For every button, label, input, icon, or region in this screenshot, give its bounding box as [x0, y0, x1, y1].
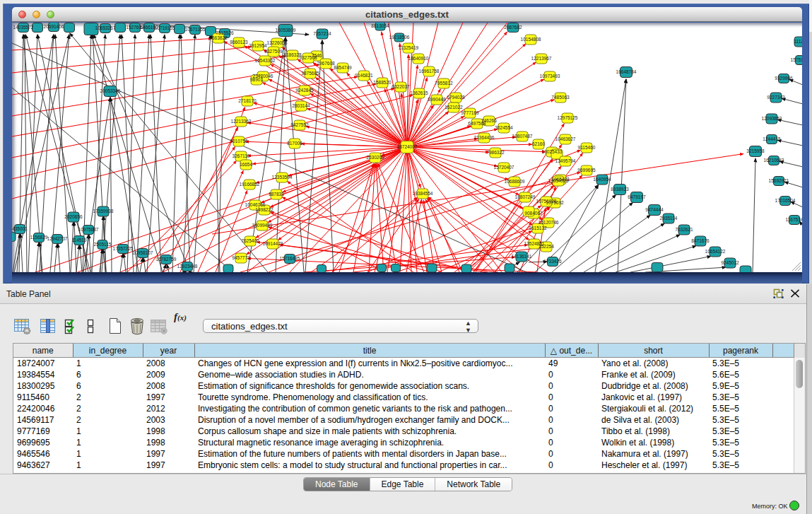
svg-text:9242845: 9242845 — [295, 88, 314, 93]
svg-text:8990448: 8990448 — [428, 97, 446, 102]
svg-text:6794028: 6794028 — [447, 95, 465, 100]
svg-text:1362615: 1362615 — [410, 90, 428, 95]
svg-text:1498222: 1498222 — [255, 207, 273, 212]
svg-text:10914479: 10914479 — [263, 241, 283, 246]
svg-text:2967608: 2967608 — [317, 61, 335, 66]
svg-text:10025433: 10025433 — [542, 149, 563, 154]
svg-text:9245012: 9245012 — [721, 260, 739, 265]
svg-text:10154808: 10154808 — [521, 37, 541, 42]
svg-text:9327509: 9327509 — [264, 49, 283, 54]
svg-text:18724007: 18724007 — [397, 144, 418, 149]
svg-text:3267110: 3267110 — [233, 153, 250, 158]
svg-text:435001: 435001 — [12, 226, 28, 231]
svg-text:7625402: 7625402 — [241, 238, 259, 243]
svg-text:12213362: 12213362 — [231, 119, 252, 124]
svg-text:15720407: 15720407 — [494, 165, 514, 170]
svg-text:7986322: 7986322 — [486, 150, 505, 155]
svg-text:17016504: 17016504 — [775, 198, 796, 203]
svg-text:10463627: 10463627 — [555, 136, 576, 141]
svg-text:12923448: 12923448 — [177, 264, 198, 269]
svg-text:10653267: 10653267 — [95, 25, 116, 30]
svg-text:9474444: 9474444 — [645, 207, 664, 212]
svg-text:1640954: 1640954 — [593, 177, 611, 182]
svg-text:8813054: 8813054 — [371, 23, 389, 28]
svg-text:9457771: 9457771 — [232, 255, 250, 260]
svg-text:3215958: 3215958 — [746, 148, 765, 153]
svg-text:2087682: 2087682 — [504, 25, 522, 30]
svg-text:7357214: 7357214 — [313, 31, 331, 36]
svg-text:1615132: 1615132 — [529, 226, 547, 230]
svg-text:3624554: 3624554 — [495, 125, 513, 130]
svg-text:19166852: 19166852 — [240, 182, 260, 187]
svg-text:6479197: 6479197 — [628, 194, 646, 199]
svg-text:10671355: 10671355 — [185, 27, 206, 32]
svg-text:15692971: 15692971 — [769, 178, 789, 183]
svg-text:7515526: 7515526 — [216, 30, 234, 35]
svg-text:10973493: 10973493 — [540, 74, 560, 78]
svg-text:19384554: 19384554 — [413, 191, 433, 196]
svg-text:12093853: 12093853 — [762, 116, 782, 121]
svg-text:17357225: 17357225 — [113, 246, 134, 251]
svg-text:13495794: 13495794 — [555, 158, 576, 163]
svg-text:10807487: 10807487 — [512, 134, 533, 139]
svg-text:16648784: 16648784 — [616, 69, 637, 74]
svg-text:1621022: 1621022 — [445, 105, 463, 110]
svg-text:19218506: 19218506 — [389, 35, 410, 40]
svg-text:10719155: 10719155 — [155, 25, 175, 30]
svg-text:16961758: 16961758 — [419, 69, 440, 74]
svg-text:14136141: 14136141 — [512, 254, 532, 259]
svg-text:16210643: 16210643 — [764, 158, 784, 163]
svg-text:9777169: 9777169 — [461, 110, 479, 115]
svg-text:2803144: 2803144 — [292, 103, 310, 108]
svg-text:12353594: 12353594 — [272, 175, 293, 180]
svg-text:10543362: 10543362 — [255, 58, 276, 63]
svg-text:7663822: 7663822 — [209, 35, 228, 40]
svg-text:1156829: 1156829 — [30, 235, 48, 240]
svg-text:9327508: 9327508 — [299, 55, 317, 60]
svg-text:13654923: 13654923 — [548, 178, 569, 183]
svg-text:10975887: 10975887 — [78, 227, 99, 232]
svg-text:17359938: 17359938 — [93, 209, 114, 214]
svg-text:8660123: 8660123 — [230, 40, 248, 45]
svg-text:2020656: 2020656 — [64, 214, 83, 219]
svg-text:8454749: 8454749 — [334, 65, 352, 70]
svg-text:16782759: 16782759 — [156, 257, 177, 262]
svg-text:9227343: 9227343 — [767, 95, 785, 100]
svg-text:9146821: 9146821 — [355, 73, 373, 78]
svg-text:9084067: 9084067 — [524, 211, 543, 216]
svg-text:20691406: 20691406 — [44, 24, 64, 29]
svg-text:8427552: 8427552 — [290, 122, 309, 127]
svg-text:16120746: 16120746 — [539, 220, 559, 225]
svg-text:98901: 98901 — [250, 77, 263, 82]
svg-text:7955812: 7955812 — [435, 81, 453, 86]
svg-text:21364436: 21364436 — [474, 135, 495, 140]
svg-text:16053809: 16053809 — [276, 28, 296, 33]
svg-text:7632621: 7632621 — [675, 227, 693, 232]
svg-text:8471676: 8471676 — [691, 238, 710, 243]
svg-text:887833: 887833 — [269, 192, 284, 197]
svg-text:18807249: 18807249 — [515, 194, 536, 199]
svg-text:20053346: 20053346 — [100, 88, 121, 93]
svg-text:114519: 114519 — [71, 238, 87, 243]
svg-text:2935114: 2935114 — [660, 216, 678, 221]
svg-text:62160: 62160 — [532, 141, 545, 146]
svg-text:13226058: 13226058 — [267, 40, 288, 45]
svg-text:10654122: 10654122 — [705, 249, 726, 254]
svg-text:9115460: 9115460 — [578, 145, 596, 150]
svg-text:6322037: 6322037 — [392, 84, 410, 89]
svg-text:2718170: 2718170 — [238, 98, 257, 103]
svg-text:2530203: 2530203 — [366, 155, 384, 160]
svg-text:8938923: 8938923 — [611, 187, 629, 192]
svg-text:16654: 16654 — [240, 162, 252, 167]
svg-text:10756928: 10756928 — [536, 199, 557, 204]
svg-text:10046766: 10046766 — [245, 202, 266, 207]
svg-text:3912954: 3912954 — [249, 43, 267, 48]
svg-text:252254: 252254 — [539, 244, 554, 249]
svg-text:1733426: 1733426 — [543, 259, 562, 264]
svg-text:817006: 817006 — [287, 141, 302, 146]
svg-text:746266: 746266 — [481, 118, 497, 123]
svg-text:9699695: 9699695 — [577, 168, 596, 173]
svg-text:11325419: 11325419 — [399, 45, 419, 50]
svg-text:18640910: 18640910 — [408, 56, 429, 61]
svg-text:15716485: 15716485 — [280, 256, 300, 261]
